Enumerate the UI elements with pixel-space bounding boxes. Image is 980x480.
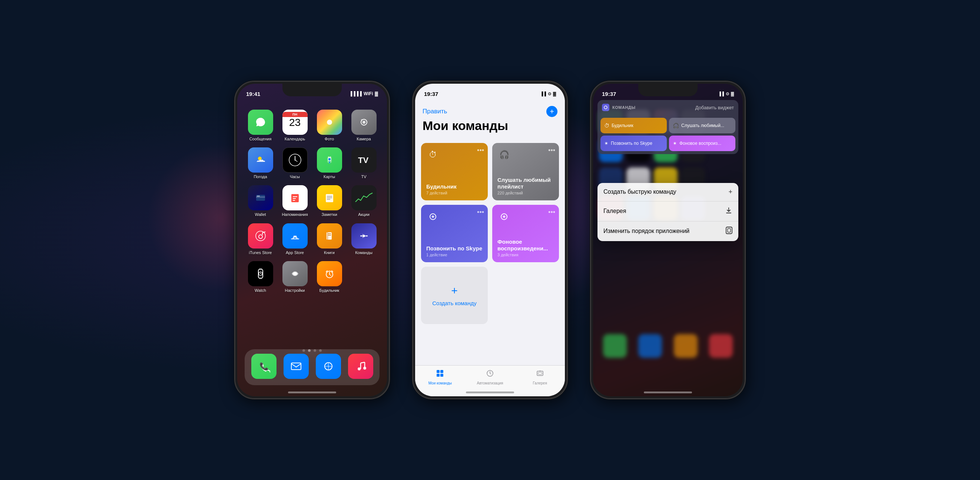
tab-gallery-icon xyxy=(536,369,544,380)
shortcut-bg-info: Фоновое воспроизведени... 3 действия xyxy=(497,239,554,257)
svg-rect-63 xyxy=(440,374,443,377)
app-stocks[interactable]: Акции xyxy=(349,185,379,217)
widget-btn-skype[interactable]: ✴ Позвонить по Skype xyxy=(600,136,667,151)
context-reorder-icon xyxy=(726,227,732,236)
phone2-home-indicator xyxy=(466,391,514,393)
tab-gallery-label: Галерея xyxy=(533,381,547,385)
app-photos[interactable]: Фото xyxy=(315,109,344,141)
dock-phone[interactable]: 📞 xyxy=(249,354,279,381)
widget-playlist-icon: 🎧 xyxy=(673,123,679,128)
tab-my-shortcuts[interactable]: Мои команды xyxy=(415,369,465,385)
shortcut-bg-more[interactable]: ••• xyxy=(548,209,555,216)
app-appstore[interactable]: App Store xyxy=(280,223,310,255)
svg-line-55 xyxy=(361,362,365,363)
shortcut-bg-count: 3 действия xyxy=(497,253,554,257)
svg-line-39 xyxy=(261,274,262,274)
widget-alarm-label: Будильник xyxy=(612,123,633,128)
tab-shortcuts-label: Мои команды xyxy=(428,381,452,385)
app-camera-label: Камера xyxy=(356,137,371,141)
context-create-icon: + xyxy=(728,188,732,196)
svg-rect-61 xyxy=(440,370,443,373)
app-calendar[interactable]: ПН 23 Календарь xyxy=(280,109,310,141)
context-item-create[interactable]: Создать быструю команду + xyxy=(598,183,738,201)
phone3-bottom-icons xyxy=(593,334,743,363)
app-clock[interactable]: Часы xyxy=(280,147,310,179)
context-item-reorder[interactable]: Изменить порядок приложений xyxy=(598,222,738,241)
widget-btn-alarm[interactable]: ⏱ Будильник xyxy=(600,118,667,133)
phone-1: 19:41 ▐▐▐▐ WiFi ▓ xyxy=(234,81,390,399)
widget-btn-bg-play[interactable]: ✴ Фоновое воспроиз... xyxy=(669,136,735,151)
app-notes-label: Заметки xyxy=(321,212,337,217)
app-alarm[interactable]: Будильник xyxy=(315,261,344,293)
widget-alarm-icon: ⏱ xyxy=(604,123,609,128)
shortcut-playlist-more[interactable]: ••• xyxy=(548,147,555,154)
svg-point-9 xyxy=(294,160,296,161)
app-messages-label: Сообщения xyxy=(250,137,272,141)
phone1-dock: 📞 xyxy=(245,349,380,385)
svg-text:📞: 📞 xyxy=(259,362,269,371)
app-shortcuts[interactable]: Команды xyxy=(349,223,379,255)
shortcut-card-skype[interactable]: ••• Позвонить по Skype 1 действие xyxy=(421,205,488,262)
app-messages[interactable]: Сообщения xyxy=(246,109,275,141)
app-appstore-label: App Store xyxy=(286,250,304,255)
shortcut-card-bg[interactable]: ••• Фоновое воспроизведени... 3 действия xyxy=(492,205,559,262)
app-camera[interactable]: Камера xyxy=(349,109,379,141)
shortcuts-edit-row: Править + xyxy=(423,106,557,117)
shortcut-bg-icon xyxy=(497,210,511,223)
phone3-wifi-icon: ⊙ xyxy=(726,92,729,96)
svg-rect-67 xyxy=(537,371,543,375)
app-itunes[interactable]: iTunes Store xyxy=(246,223,275,255)
app-weather[interactable]: Погода xyxy=(246,147,275,179)
shortcut-playlist-name: Слушать любимый плейлист xyxy=(497,177,554,190)
app-settings[interactable]: Настройки xyxy=(280,261,310,293)
widget-app-icon xyxy=(602,104,609,111)
create-plus-icon: + xyxy=(451,284,458,297)
shortcut-bg-name: Фоновое воспроизведени... xyxy=(497,239,554,252)
app-books[interactable]: Книги xyxy=(315,223,344,255)
shortcuts-edit-button[interactable]: Править xyxy=(423,108,447,115)
app-notes[interactable]: Заметки xyxy=(315,185,344,217)
app-alarm-label: Будильник xyxy=(320,288,339,293)
shortcut-card-playlist[interactable]: 🎧 ••• Слушать любимый плейлист 220 дейст… xyxy=(492,143,559,200)
tab-gallery[interactable]: Галерея xyxy=(515,369,565,385)
svg-rect-68 xyxy=(538,372,542,374)
shortcuts-add-button[interactable]: + xyxy=(546,106,557,117)
phone3-time: 19:37 xyxy=(602,91,616,97)
app-wallet[interactable]: Wallet xyxy=(246,185,275,217)
shortcut-playlist-info: Слушать любимый плейлист 220 действий xyxy=(497,177,554,195)
svg-rect-60 xyxy=(437,370,439,373)
dock-mail[interactable] xyxy=(281,354,311,381)
tab-automation[interactable]: Автоматизация xyxy=(465,369,515,385)
shortcut-playlist-icon: 🎧 xyxy=(497,148,511,162)
context-item-gallery[interactable]: Галерея xyxy=(598,201,738,222)
svg-point-70 xyxy=(604,106,607,109)
context-gallery-icon xyxy=(725,207,732,216)
app-row-5: Watch Настройки Будильник xyxy=(243,261,381,293)
svg-rect-4 xyxy=(361,119,363,120)
tab-automation-label: Автоматизация xyxy=(477,381,503,385)
shortcuts-row-2: ••• Позвонить по Skype 1 действие ••• xyxy=(421,205,559,262)
shortcut-card-create[interactable]: + Создать команду xyxy=(421,267,488,324)
create-label: Создать команду xyxy=(432,300,476,306)
svg-point-1 xyxy=(327,120,332,125)
widget-add-button[interactable]: Добавить виджет xyxy=(695,105,734,110)
dock-music[interactable] xyxy=(346,354,375,381)
widget-btn-playlist[interactable]: 🎧 Слушать любимый... xyxy=(669,118,735,133)
phone2-time: 19:37 xyxy=(424,91,438,97)
app-row-4: iTunes Store App Store Кни xyxy=(243,223,381,255)
shortcut-skype-more[interactable]: ••• xyxy=(477,209,484,216)
shortcuts-widget: КОМАНДЫ Добавить виджет ⏱ Будильник 🎧 xyxy=(598,100,738,154)
app-weather-label: Погода xyxy=(253,174,267,179)
app-reminders[interactable]: Напоминания xyxy=(280,185,310,217)
shortcut-alarm-more[interactable]: ••• xyxy=(477,147,484,154)
app-maps[interactable]: Карты xyxy=(315,147,344,179)
app-row-2: Погода Часы Карты xyxy=(243,147,381,179)
widget-bg-play-label: Фоновое воспроиз... xyxy=(679,141,721,146)
app-tv[interactable]: TV TV xyxy=(349,147,379,179)
dock-safari[interactable] xyxy=(313,354,343,381)
shortcut-alarm-icon: ⏱ xyxy=(426,148,439,162)
widget-bg-play-icon: ✴ xyxy=(673,140,677,146)
app-watch[interactable]: Watch xyxy=(246,261,275,293)
app-row-3: Wallet Напоминания Заметки xyxy=(243,185,381,217)
shortcut-card-alarm[interactable]: ⏱ ••• Будильник 7 действий xyxy=(421,143,488,200)
